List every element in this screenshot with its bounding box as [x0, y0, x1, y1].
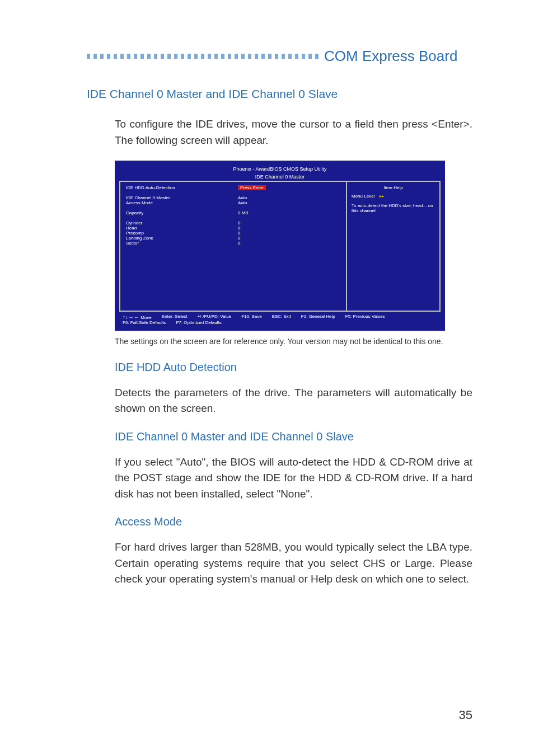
bios-main-panel: IDE HDD Auto-DetectionPress Enter IDE Ch…	[120, 182, 347, 311]
bios-row-label: IDE Channel 0 Master	[126, 195, 238, 200]
bios-row-value: 0 MB	[238, 210, 277, 215]
bios-caption: The settings on the screen are for refer…	[115, 336, 472, 348]
bios-title: Phoenix - AwardBIOS CMOS Setup Utility	[119, 165, 441, 173]
bios-subtitle: IDE Channel 0 Master	[119, 173, 441, 181]
subsection-text: If you select "Auto", the BIOS will auto…	[115, 454, 472, 503]
subsection-title: Access Mode	[115, 515, 472, 528]
page-header: COM Express Board	[87, 48, 472, 65]
subsection-title: IDE HDD Auto Detection	[115, 361, 472, 374]
bios-row-value: 0	[238, 220, 277, 226]
header-dots	[87, 54, 318, 59]
bios-row-value: 0	[238, 241, 277, 246]
bios-footer-item: ESC: Exit	[272, 314, 291, 320]
bios-help-text: To auto-detect the HDD's size, head... o…	[352, 203, 435, 213]
section-intro: To configure the IDE drives, move the cu…	[115, 116, 472, 148]
bios-footer-item: +/-/PU/PD: Value	[198, 314, 232, 320]
bios-footer: ↑↓→← Move Enter: Select +/-/PU/PD: Value…	[119, 312, 441, 326]
bios-screenshot: Phoenix - AwardBIOS CMOS Setup Utility I…	[115, 161, 472, 331]
bios-help-menu-level: Menu Level	[352, 194, 374, 199]
page-number: 35	[459, 708, 472, 722]
fast-forward-icon: ▸▸	[380, 194, 384, 199]
subsection-text: For hard drives larger than 528MB, you w…	[115, 539, 472, 588]
bios-row-label: Cylinder	[126, 220, 238, 226]
bios-footer-item: F7: Optimized Defaults	[176, 320, 221, 325]
bios-row-value: 0	[238, 236, 277, 241]
subsection-text: Detects the parameters of the drive. The…	[115, 385, 472, 417]
bios-row-value: 0	[238, 231, 277, 236]
bios-row-label: IDE HDD Auto-Detection	[126, 185, 238, 190]
section-title: IDE Channel 0 Master and IDE Channel 0 S…	[87, 87, 472, 101]
bios-help-title: Item Help	[352, 185, 435, 190]
bios-footer-item: Enter: Select	[162, 314, 188, 320]
bios-row-label: Landing Zone	[126, 236, 238, 241]
bios-help-panel: Item Help Menu Level ▸▸ To auto-detect t…	[347, 182, 439, 311]
bios-row-label: Sector	[126, 241, 238, 246]
bios-footer-item: F10: Save	[241, 314, 261, 320]
bios-row-label: Head	[126, 226, 238, 231]
bios-row-label: Capacity	[126, 210, 238, 215]
header-title: COM Express Board	[324, 48, 457, 65]
bios-row-value: 0	[238, 226, 277, 231]
bios-row-label: Precomp	[126, 231, 238, 236]
bios-footer-item: F6: Fail-Safe Defaults	[123, 320, 166, 325]
bios-row-value-highlighted: Press Enter	[238, 185, 266, 190]
bios-footer-move: Move	[140, 315, 152, 320]
bios-row-value: Auto	[238, 195, 277, 200]
bios-footer-item: F1: General Help	[301, 314, 335, 320]
bios-row-value: Auto	[238, 200, 277, 205]
bios-row-label: Access Mode	[126, 200, 238, 205]
subsection-title: IDE Channel 0 Master and IDE Channel 0 S…	[115, 430, 472, 443]
bios-footer-item: F5: Previous Values	[345, 314, 385, 320]
